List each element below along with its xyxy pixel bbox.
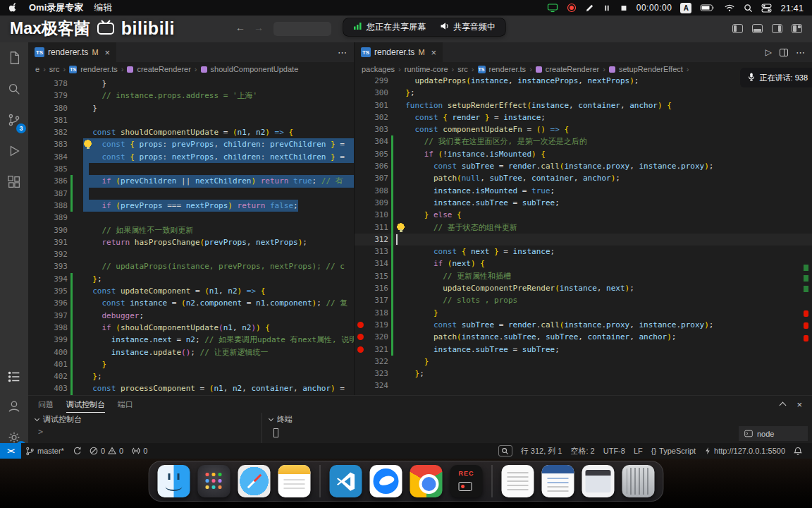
apple-menu-icon[interactable] xyxy=(8,2,18,13)
pause-recording-icon[interactable] xyxy=(603,4,611,13)
panel-maximize-icon[interactable] xyxy=(780,402,787,409)
breakpoint-gutter[interactable] xyxy=(355,197,366,209)
breakpoint-gutter[interactable] xyxy=(355,356,366,368)
breakpoint-gutter[interactable] xyxy=(355,270,366,282)
breakpoint-gutter[interactable] xyxy=(28,188,42,200)
code-line[interactable]: 391 return hasPropsChange(prevProps, nex… xyxy=(28,236,354,248)
breakpoint-gutter[interactable] xyxy=(355,294,366,306)
breadcrumb-item[interactable]: createRenderer xyxy=(546,65,599,73)
eol-item[interactable]: LF xyxy=(629,447,647,455)
breadcrumb-item[interactable]: src xyxy=(457,65,468,73)
spotlight-search-icon[interactable] xyxy=(744,4,753,13)
run-debug-icon[interactable] xyxy=(0,135,28,167)
dock-document-icon[interactable] xyxy=(502,465,534,497)
control-center-icon[interactable] xyxy=(761,4,772,13)
breakpoint-gutter[interactable] xyxy=(28,260,42,272)
code-line[interactable]: 317 // slots , props xyxy=(355,294,812,306)
screen-sharing-pill[interactable]: 您正在共享屏幕 共享音频中 xyxy=(343,18,505,36)
breakpoint-gutter[interactable] xyxy=(355,160,366,172)
code-line[interactable]: 312 xyxy=(355,234,812,246)
panel-tab-ports[interactable]: 端口 xyxy=(118,396,133,413)
breakpoint-gutter[interactable] xyxy=(355,135,366,147)
input-method-badge[interactable]: A xyxy=(680,3,691,13)
code-line[interactable]: 302 const { render } = instance; xyxy=(355,111,812,123)
code-line[interactable]: 315 // 更新属性和插槽 xyxy=(355,270,812,282)
breakpoint-gutter[interactable] xyxy=(28,334,42,346)
split-editor-icon[interactable] xyxy=(780,49,788,56)
lightbulb-icon[interactable] xyxy=(396,223,405,232)
dock-safari-icon[interactable] xyxy=(238,465,271,497)
encoding-item[interactable]: UTF-8 xyxy=(599,447,629,455)
breadcrumb-item[interactable]: e xyxy=(35,65,39,73)
toggle-panel-icon[interactable] xyxy=(752,24,763,33)
code-line[interactable]: 316 updateComponentPreRender(instance, n… xyxy=(355,282,812,294)
code-line[interactable]: 324 xyxy=(355,380,812,392)
code-line[interactable]: 304 // 我们要在这里面区分, 是第一次还是之后的 xyxy=(355,135,812,147)
breakpoint-gutter[interactable] xyxy=(28,370,42,382)
breakpoint-gutter[interactable] xyxy=(28,322,42,334)
code-line[interactable]: 303 const componentUpdateFn = () => { xyxy=(355,123,812,135)
code-line[interactable]: 308 instance.isMounted = true; xyxy=(355,185,812,197)
overview-ruler[interactable] xyxy=(804,76,808,395)
breadcrumb-item[interactable]: packages xyxy=(362,65,395,73)
breakpoint-gutter[interactable] xyxy=(28,102,42,114)
code-line[interactable]: 395 const updateComponent = (n1, n2) => … xyxy=(28,285,354,297)
breakpoint-gutter[interactable] xyxy=(28,273,42,285)
run-file-icon[interactable]: ▷ xyxy=(765,47,772,57)
panel-tab-debug-console[interactable]: 调试控制台 xyxy=(66,396,105,413)
breakpoint-gutter[interactable] xyxy=(28,90,42,102)
breakpoint-gutter[interactable] xyxy=(355,185,366,197)
git-branch-item[interactable]: master* xyxy=(21,443,68,459)
breadcrumb-item[interactable]: renderer.ts xyxy=(80,65,118,73)
screen-share-status-icon[interactable] xyxy=(547,3,558,13)
code-line[interactable]: 301 function setupRenderEffect(instance,… xyxy=(355,99,812,111)
code-line[interactable]: 306 const subTree = render.call(instance… xyxy=(355,160,812,172)
terminal-process-item[interactable]: node xyxy=(739,426,808,441)
code-line[interactable]: 378 } xyxy=(28,78,354,90)
breakpoint-gutter[interactable] xyxy=(355,87,366,99)
problems-item[interactable]: 0 0 xyxy=(85,443,128,459)
code-line[interactable]: 403 const processComponent = (n1, n2, co… xyxy=(28,382,354,394)
breakpoint-gutter[interactable] xyxy=(355,368,366,380)
tab-close-icon[interactable]: × xyxy=(431,47,437,58)
code-line[interactable]: 398 if (shouldComponentUpdate(n1, n2)) { xyxy=(28,322,354,334)
breakpoint-gutter[interactable] xyxy=(28,212,42,224)
breakpoint-gutter[interactable] xyxy=(355,99,366,111)
breakpoint-gutter[interactable] xyxy=(28,200,42,212)
code-line[interactable]: 307 patch(null, subTree, container, anch… xyxy=(355,172,812,184)
code-line[interactable]: 319 const subTree = render.call(instance… xyxy=(355,319,812,331)
breakpoint-gutter[interactable] xyxy=(355,222,366,234)
dock-screen-recorder-icon[interactable] xyxy=(450,465,483,497)
dock-vscode-icon[interactable] xyxy=(330,465,362,497)
breakpoint-gutter[interactable] xyxy=(28,163,42,175)
breakpoint-gutter[interactable] xyxy=(28,114,42,126)
breakpoint-gutter[interactable] xyxy=(355,258,366,270)
breakpoint-gutter[interactable] xyxy=(28,175,42,187)
breakpoint-gutter[interactable] xyxy=(355,209,366,221)
nav-back-icon[interactable]: ← xyxy=(235,22,245,33)
breakpoint-gutter[interactable] xyxy=(355,234,366,246)
dock-trash-icon[interactable] xyxy=(622,465,655,497)
notifications-bell-icon[interactable] xyxy=(789,447,806,456)
sync-changes-item[interactable] xyxy=(68,443,85,459)
breakpoint-gutter[interactable] xyxy=(28,126,42,138)
code-editor-right[interactable]: 299 updateProps(instance, instanceProps,… xyxy=(355,76,812,395)
search-icon[interactable] xyxy=(0,73,28,104)
breakpoint-gutter[interactable] xyxy=(355,246,366,258)
remote-indicator[interactable]: >< xyxy=(0,443,21,459)
code-line[interactable]: 397 debugger; xyxy=(28,310,354,322)
code-line[interactable]: 392 xyxy=(28,248,354,260)
breadcrumb-item[interactable]: shouldComponentUpdate xyxy=(211,65,299,73)
breakpoint-gutter[interactable] xyxy=(355,380,366,392)
breakpoint-gutter[interactable] xyxy=(28,138,42,150)
dock-word-document-icon[interactable] xyxy=(542,465,574,497)
breadcrumb-item[interactable]: setupRenderEffect xyxy=(619,65,683,73)
indentation-item[interactable]: 空格: 2 xyxy=(567,446,599,456)
tab-renderer-ts-left[interactable]: TS renderer.ts M × xyxy=(28,42,117,62)
dock-dingtalk-icon[interactable] xyxy=(370,465,402,497)
tab-close-icon[interactable]: × xyxy=(105,47,111,58)
breakpoint-gutter[interactable] xyxy=(28,358,42,370)
dock-window-thumbnail-icon[interactable] xyxy=(582,465,615,497)
breakpoint-gutter[interactable] xyxy=(355,76,366,87)
stop-recording-icon[interactable] xyxy=(620,4,628,13)
